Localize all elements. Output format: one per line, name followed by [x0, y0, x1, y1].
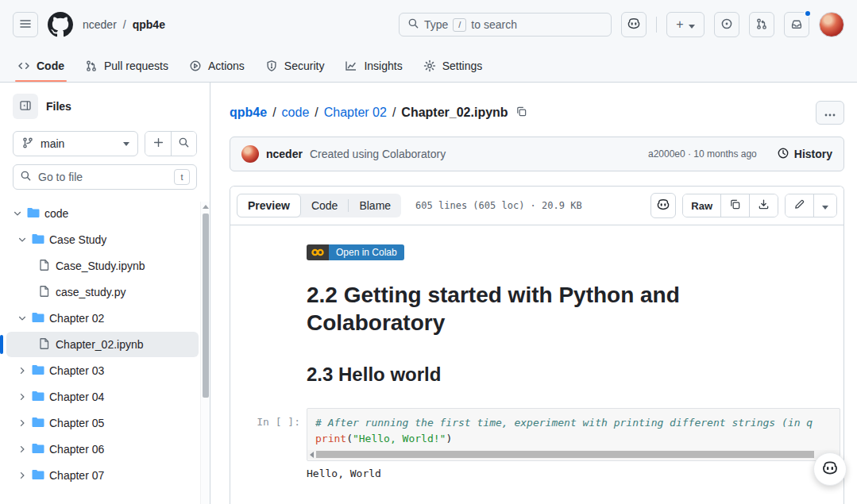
- global-search-input[interactable]: Type / to search: [399, 13, 612, 37]
- breadcrumb-file-name: Chapter_02.ipynb: [401, 106, 508, 120]
- scrollbar-thumb[interactable]: [316, 451, 814, 458]
- tab-code[interactable]: Code: [301, 194, 348, 217]
- tab-settings[interactable]: Settings: [415, 49, 491, 82]
- inbox-button[interactable]: [784, 12, 809, 37]
- copilot-button[interactable]: [621, 12, 647, 37]
- folder-icon: [32, 416, 44, 431]
- raw-button[interactable]: Raw: [683, 194, 720, 217]
- copilot-floating-button[interactable]: [813, 452, 847, 486]
- commit-sha-and-time[interactable]: a2000e0 · 10 months ago: [648, 148, 757, 160]
- commit-message[interactable]: Created using Colaboratory: [310, 148, 446, 160]
- breadcrumb-separator: /: [272, 106, 276, 120]
- commit-author-avatar[interactable]: [241, 145, 259, 163]
- tab-pull-requests[interactable]: Pull requests: [77, 49, 176, 82]
- user-avatar[interactable]: [819, 12, 844, 37]
- folder-icon: [32, 468, 44, 483]
- collapse-sidebar-button[interactable]: [13, 94, 38, 119]
- tree-item-folder[interactable]: Chapter 05: [6, 410, 199, 436]
- tab-actions[interactable]: Actions: [181, 49, 253, 82]
- tab-preview[interactable]: Preview: [237, 194, 301, 217]
- code-horizontal-scrollbar[interactable]: [307, 450, 840, 459]
- tab-code[interactable]: Code: [10, 49, 72, 82]
- more-options-button[interactable]: [816, 101, 844, 125]
- edit-dropdown-button[interactable]: [813, 194, 836, 217]
- tab-insights[interactable]: Insights: [337, 49, 410, 82]
- tree-item-folder[interactable]: Chapter 07: [6, 463, 199, 488]
- tree-item-label: Chapter 04: [49, 391, 104, 403]
- git-pull-request-icon: [755, 17, 768, 33]
- plus-icon: +: [676, 17, 683, 32]
- inbox-icon: [790, 17, 803, 33]
- tab-label: Settings: [442, 60, 483, 72]
- breadcrumb-dir-link[interactable]: code: [282, 106, 310, 120]
- scrollbar-thumb[interactable]: [203, 214, 209, 398]
- copy-path-button[interactable]: [515, 106, 527, 120]
- commit-author-name[interactable]: nceder: [266, 148, 303, 160]
- tree-item-label: Chapter 05: [49, 417, 104, 429]
- folder-icon: [32, 442, 44, 457]
- gear-icon: [423, 60, 436, 72]
- graph-icon: [345, 60, 357, 72]
- tree-item-folder[interactable]: Chapter 03: [6, 358, 199, 383]
- edit-file-button[interactable]: [786, 194, 813, 217]
- tab-security[interactable]: Security: [257, 49, 333, 82]
- global-header: nceder / qpb4e Type / to search +: [0, 0, 857, 49]
- go-to-file-placeholder: Go to file: [38, 171, 83, 183]
- breadcrumb-repo-link[interactable]: qpb4e: [230, 106, 267, 120]
- breadcrumb-separator: /: [392, 106, 396, 120]
- cell-prompt: In [ ]:: [246, 408, 307, 461]
- tree-item-file[interactable]: Case_Study.ipynb: [6, 253, 199, 279]
- tree-item-label: Case Study: [49, 233, 106, 246]
- hamburger-menu-button[interactable]: [13, 12, 38, 37]
- add-file-button[interactable]: [145, 132, 171, 156]
- owner-link[interactable]: nceder: [83, 18, 117, 31]
- create-new-button[interactable]: +: [666, 12, 705, 37]
- tab-blame[interactable]: Blame: [349, 194, 401, 217]
- issues-button[interactable]: [714, 12, 739, 37]
- tree-item-file-selected[interactable]: Chapter_02.ipynb: [6, 332, 199, 357]
- file-viewer: Preview Code Blame 605 lines (605 loc) ·…: [230, 186, 844, 504]
- go-to-file-input[interactable]: Go to file t: [13, 164, 197, 190]
- chevron-right-icon: [17, 392, 27, 402]
- tree-item-folder[interactable]: code: [6, 201, 199, 226]
- tree-item-folder[interactable]: Chapter 06: [6, 437, 199, 462]
- breadcrumb-subdir-link[interactable]: Chapter 02: [324, 106, 387, 120]
- kebab-icon: [824, 107, 836, 119]
- tree-item-label: Chapter_02.ipynb: [56, 338, 144, 351]
- chevron-down-icon: [13, 209, 22, 218]
- tree-item-folder[interactable]: Chapter 04: [6, 384, 199, 410]
- repo-link[interactable]: qpb4e: [133, 18, 165, 31]
- code-input-area[interactable]: # After running the first time, experime…: [307, 408, 840, 461]
- folder-icon: [32, 390, 44, 405]
- tree-item-folder[interactable]: Case Study: [6, 227, 199, 252]
- copilot-file-button[interactable]: [650, 193, 676, 218]
- open-in-colab-badge[interactable]: Open in Colab: [307, 244, 404, 260]
- file-tree: code Case Study Case_Study.ipynb case_st…: [0, 196, 210, 488]
- scroll-up-arrow-icon[interactable]: [203, 205, 209, 209]
- tree-item-folder[interactable]: Chapter 02: [6, 306, 199, 331]
- tree-item-label: case_study.py: [56, 286, 125, 298]
- chevron-right-icon: [17, 444, 27, 454]
- search-icon: [407, 17, 419, 32]
- main-panel: qpb4e / code / Chapter 02 / Chapter_02.i…: [210, 83, 857, 504]
- branch-name: main: [41, 137, 64, 150]
- github-logo-icon[interactable]: [48, 12, 73, 37]
- file-meta-info: 605 lines (605 loc) · 20.9 KB: [415, 200, 582, 211]
- pencil-icon: [793, 198, 805, 213]
- pull-requests-button[interactable]: [749, 12, 774, 37]
- file-icon: [38, 259, 51, 274]
- tree-item-label: Chapter 07: [49, 469, 104, 482]
- tree-item-file[interactable]: case_study.py: [6, 279, 199, 305]
- repo-nav: Code Pull requests Actions Security Insi…: [0, 49, 857, 83]
- branch-selector[interactable]: main: [13, 131, 138, 156]
- history-button[interactable]: History: [777, 147, 832, 162]
- download-button[interactable]: [749, 194, 778, 217]
- sidebar-scrollbar[interactable]: [200, 202, 210, 504]
- search-tree-button[interactable]: [171, 132, 196, 156]
- chevron-right-icon: [17, 471, 27, 480]
- scroll-left-arrow-icon[interactable]: [310, 452, 314, 458]
- file-breadcrumb: qpb4e / code / Chapter 02 / Chapter_02.i…: [230, 106, 527, 120]
- copy-icon: [515, 106, 527, 120]
- clock-icon: [777, 147, 789, 162]
- copy-file-button[interactable]: [720, 194, 749, 217]
